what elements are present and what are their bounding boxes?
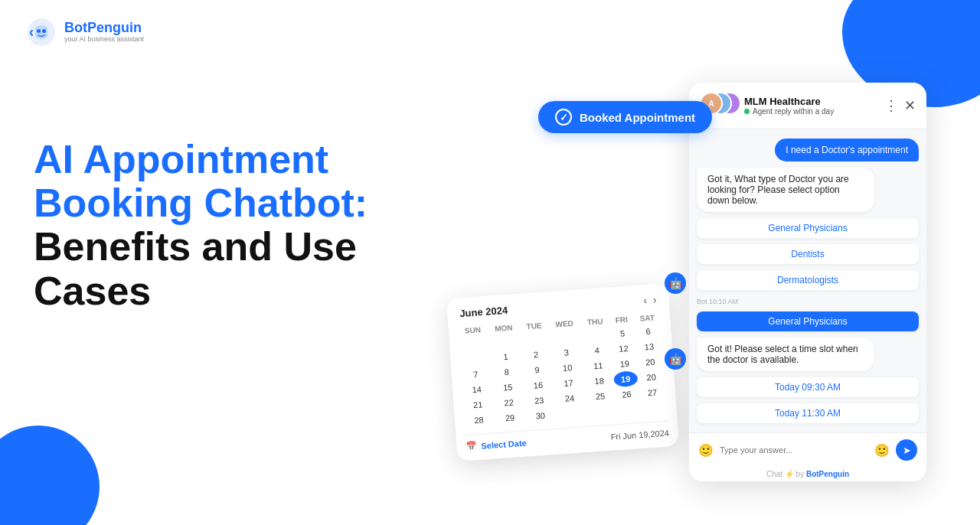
- chat-input-field[interactable]: [720, 445, 868, 455]
- msg-option-general-selected[interactable]: General Physicians: [697, 311, 919, 331]
- calendar-month: June 2024: [459, 304, 508, 318]
- chat-header-actions: ⋮ ✕: [884, 97, 916, 114]
- chat-status-text: Agent reply within a day: [753, 107, 834, 116]
- chat-more-button[interactable]: ⋮: [884, 97, 898, 114]
- logo-text-block: BotPenguin your AI business assistant: [64, 21, 144, 44]
- select-date-button[interactable]: 📅 Select Date: [466, 438, 527, 452]
- emoji-send-icon[interactable]: 🙂: [874, 443, 890, 458]
- chat-footer: 🙂 🙂 ➤: [689, 432, 926, 467]
- status-dot: [744, 109, 750, 114]
- chat-header: A B C MLM Healthcare Agent reply within …: [689, 83, 926, 129]
- booked-check-icon: ✓: [555, 109, 572, 126]
- decorative-blob-bottom-left: [0, 426, 100, 525]
- svg-rect-1: [37, 29, 41, 33]
- msg-bot-2: Got it! Please select a time slot when t…: [697, 338, 874, 371]
- hero-text: AI Appointment Booking Chatbot: Benefits…: [34, 138, 368, 313]
- bot-avatar-lower: 🤖: [665, 348, 686, 370]
- logo-area: BotPenguin your AI business assistant: [24, 15, 144, 49]
- msg-option-dentists[interactable]: Dentists: [697, 244, 919, 264]
- chat-widget: A B C MLM Healthcare Agent reply within …: [689, 83, 926, 481]
- emoji-icon[interactable]: 🙂: [698, 443, 714, 458]
- hero-line3: Benefits and Use: [34, 225, 368, 269]
- msg-bot-1: Got it, What type of Doctor you are look…: [697, 168, 874, 212]
- calendar-next-button[interactable]: ›: [652, 293, 657, 305]
- chat-header-info: MLM Healthcare Agent reply within a day: [744, 96, 877, 116]
- logo-icon: [24, 15, 58, 49]
- logo-tagline: your AI business assistant: [64, 36, 144, 44]
- calendar-widget[interactable]: June 2024 ‹ › SUN MON TUE WED THU FRI SA…: [446, 283, 679, 461]
- calendar-today[interactable]: 19: [613, 370, 638, 387]
- svg-rect-2: [42, 29, 46, 33]
- bot-avatar-mid: 🤖: [665, 272, 686, 294]
- msg-timeslot-2[interactable]: Today 11:30 AM: [697, 403, 919, 423]
- chat-body: I need a Doctor's appointment Got it, Wh…: [689, 129, 926, 432]
- hero-line2: Booking Chatbot:: [34, 181, 368, 225]
- chat-status: Agent reply within a day: [744, 107, 877, 116]
- msg-option-general[interactable]: General Physicians: [697, 218, 919, 238]
- calendar-icon: 📅: [466, 441, 477, 452]
- booked-label: Booked Appointment: [580, 111, 695, 124]
- msg-option-dermatologists[interactable]: Dermatologists: [697, 270, 919, 290]
- select-date-label: Select Date: [481, 438, 527, 450]
- chat-branding: Chat ⚡ by BotPenguin: [689, 467, 926, 481]
- chat-send-button[interactable]: ➤: [896, 439, 917, 461]
- chat-name: MLM Healthcare: [744, 96, 877, 107]
- logo-bot: BotPenguin: [64, 21, 144, 36]
- msg-timeslot-1[interactable]: Today 09:30 AM: [697, 377, 919, 397]
- brand-name: BotPenguin: [806, 470, 849, 478]
- calendar-grid: SUN MON TUE WED THU FRI SAT 5 6 1: [457, 311, 668, 429]
- chat-close-button[interactable]: ✕: [904, 97, 916, 114]
- selected-date-value: Fri Jun 19,2024: [610, 428, 669, 441]
- hero-line4: Cases: [34, 269, 368, 313]
- msg-user-1: I need a Doctor's appointment: [775, 139, 919, 161]
- calendar-navigation: ‹ ›: [643, 293, 657, 306]
- booked-appointment-badge: ✓ Booked Appointment: [538, 101, 712, 133]
- calendar-prev-button[interactable]: ‹: [643, 294, 648, 306]
- bot-time-1: Bot 10:10 AM: [697, 298, 919, 305]
- hero-line1: AI Appointment: [34, 138, 368, 181]
